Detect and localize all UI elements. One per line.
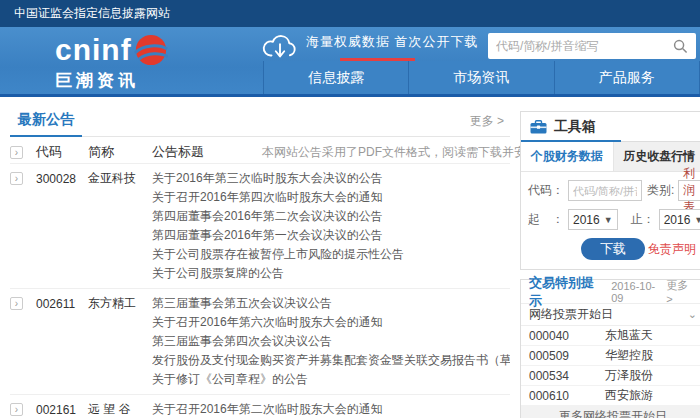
- stock-name: 东方精工: [88, 295, 152, 312]
- table-row: 第三届监事会第四次会议决议公告: [10, 332, 510, 351]
- header: cninf 巨潮资讯 海量权威数据 首次公开下载 6.28 数据下载器 强势上线…: [0, 27, 700, 97]
- table-row: 000534万泽股份: [521, 366, 700, 386]
- tab-stock-financial-data[interactable]: 个股财务数据: [521, 142, 613, 171]
- announcement-link[interactable]: 关于召开2016年第二次临时股东大会的通知: [152, 401, 510, 418]
- table-row: 000040东旭蓝天: [521, 326, 700, 346]
- select-arrow-icon: ▼: [604, 215, 613, 225]
- disclaimer-link[interactable]: 免责声明: [648, 241, 696, 258]
- announcements-panel: 最新公告 更多 > › 代码 简称 公告标题 本网站公告采用了PDF文件格式，阅…: [10, 111, 510, 418]
- table-row: › 002611 东方精工 第三届董事会第五次会议决议公告: [10, 294, 510, 313]
- topbar: 中国证监会指定信息披露网站: [0, 0, 700, 27]
- vote-start-filter[interactable]: 网络投票开始日 ⌄: [521, 304, 700, 326]
- table-row: 关于公司股票复牌的公告: [10, 264, 510, 283]
- announcement-link[interactable]: 关于公司股票存在被暂停上市风险的提示性公告: [152, 246, 510, 263]
- nav-tab-market[interactable]: 市场资讯: [408, 61, 553, 94]
- expand-icon: ›: [10, 146, 23, 159]
- more-vote-dates-link[interactable]: 更多网络投票开始日: [521, 406, 700, 418]
- announcements-more-link[interactable]: 更多 >: [470, 113, 510, 136]
- nav-tab-products[interactable]: 产品服务: [554, 61, 700, 94]
- table-row: 第四届董事会2016年第一次会议决议的公告: [10, 226, 510, 245]
- stock-code: 002611: [36, 297, 88, 311]
- table-row: › 002161 远 望 谷 关于召开2016年第二次临时股东大会的通知: [10, 400, 510, 418]
- logo-text: cninf: [55, 35, 132, 65]
- expand-icon[interactable]: ›: [10, 403, 23, 416]
- toolbox-form: 代码： 类别: 利润表▼ 起 ： 2016▼ 止： 2016▼ 下载 免责声明: [521, 172, 700, 269]
- announcement-group: › 300028 金亚科技 关于2016年第三次临时股东大会决议的公告 关于召开…: [10, 163, 510, 288]
- column-code: 代码: [36, 143, 88, 161]
- toolbox-title: 工具箱: [554, 118, 596, 136]
- toolbox-panel: 工具箱 个股财务数据 历史收盘行情 代码： 类别: 利润表▼ 起 ： 2016▼…: [520, 111, 700, 270]
- cloud-download-icon: [261, 31, 299, 63]
- stock-code: 002161: [36, 403, 88, 417]
- from-label: 起 ：: [528, 211, 564, 228]
- announcement-link[interactable]: 关于公司股票复牌的公告: [152, 265, 510, 282]
- stock-name: 金亚科技: [88, 170, 152, 187]
- table-row: 发行股份及支付现金购买资产并募集配套资金暨关联交易报告书（草案）摘要: [10, 351, 510, 370]
- stock-name-link[interactable]: 华塑控股: [605, 347, 653, 364]
- column-name: 简称: [88, 143, 152, 161]
- special-notice-date: 2016-10-09: [611, 280, 666, 304]
- stock-code: 000610: [529, 389, 591, 403]
- stock-name-link[interactable]: 万泽股份: [605, 367, 653, 384]
- table-row: 关于修订《公司章程》的公告: [10, 370, 510, 389]
- expand-icon[interactable]: ›: [10, 172, 23, 185]
- logo-subtitle: 巨潮资讯: [55, 69, 168, 92]
- stock-code: 000534: [529, 369, 591, 383]
- announcement-link[interactable]: 第四届董事会2016年第二次会议决议的公告: [152, 208, 510, 225]
- code-input[interactable]: [568, 180, 642, 201]
- announcement-group: › 002611 东方精工 第三届董事会第五次会议决议公告 关于召开2016年第…: [10, 288, 510, 394]
- stock-code: 000509: [529, 349, 591, 363]
- special-notice-more-link[interactable]: 更多 >: [666, 278, 697, 305]
- site-logo[interactable]: cninf 巨潮资讯: [55, 33, 168, 92]
- logo-swirl-icon: [134, 33, 168, 67]
- announcement-link[interactable]: 发行股份及支付现金购买资产并募集配套资金暨关联交易报告书（草案）摘要: [152, 352, 510, 369]
- chevron-down-icon: ⌄: [688, 308, 697, 321]
- from-year-select[interactable]: 2016▼: [568, 209, 618, 230]
- announcement-link[interactable]: 第四届董事会2016年第一次会议决议的公告: [152, 227, 510, 244]
- announcement-link[interactable]: 关于召开2016年第六次临时股东大会的通知: [152, 314, 510, 331]
- expand-icon[interactable]: ›: [10, 297, 23, 310]
- announcement-link[interactable]: 关于修订《公司章程》的公告: [152, 371, 510, 388]
- table-row: 关于召开2016年第四次临时股东大会的通知: [10, 188, 510, 207]
- stock-name-link[interactable]: 东旭蓝天: [605, 327, 653, 344]
- announcements-column-header: › 代码 简称 公告标题 本网站公告采用了PDF文件格式，阅读需下载并安装Ado…: [10, 137, 510, 163]
- search-icon[interactable]: [673, 39, 688, 54]
- nav-tab-disclosure[interactable]: 信息披露: [263, 61, 408, 94]
- special-notice-panel: 交易特别提示 2016-10-09 更多 > 网络投票开始日 ⌄ 000040东…: [520, 279, 700, 418]
- announcement-link[interactable]: 第三届监事会第四次会议决议公告: [152, 333, 510, 350]
- stock-code: 000040: [529, 329, 591, 343]
- table-row: 关于公司股票存在被暂停上市风险的提示性公告: [10, 245, 510, 264]
- announcement-link[interactable]: 关于召开2016年第四次临时股东大会的通知: [152, 189, 510, 206]
- special-notice-title: 交易特别提示: [529, 274, 605, 310]
- category-select[interactable]: 利润表▼: [678, 180, 700, 201]
- search-input[interactable]: [488, 39, 673, 53]
- table-row: 000509华塑控股: [521, 346, 700, 366]
- announcement-group: › 002161 远 望 谷 关于召开2016年第二次临时股东大会的通知 关于全…: [10, 394, 510, 418]
- table-row: 第四届董事会2016年第二次会议决议的公告: [10, 207, 510, 226]
- stock-name-link[interactable]: 西安旅游: [605, 387, 653, 404]
- announcement-link[interactable]: 关于2016年第三次临时股东大会决议的公告: [152, 170, 510, 187]
- stock-code: 300028: [36, 172, 88, 186]
- tab-latest-announcements[interactable]: 最新公告: [10, 111, 82, 137]
- column-title: 公告标题: [152, 143, 262, 161]
- select-arrow-icon: ▼: [694, 215, 700, 225]
- to-year-select[interactable]: 2016▼: [659, 209, 700, 230]
- table-row: 000610西安旅游: [521, 386, 700, 406]
- table-row: 关于召开2016年第六次临时股东大会的通知: [10, 313, 510, 332]
- main-nav: 信息披露 市场资讯 产品服务: [263, 61, 700, 94]
- download-button[interactable]: 下载: [581, 238, 645, 260]
- promo-line1: 海量权威数据 首次公开下载: [306, 33, 479, 51]
- category-label: 类别:: [647, 182, 674, 199]
- table-row: › 300028 金亚科技 关于2016年第三次临时股东大会决议的公告: [10, 169, 510, 188]
- topbar-text: 中国证监会指定信息披露网站: [14, 6, 170, 20]
- stock-name: 远 望 谷: [88, 401, 152, 418]
- to-label: 止：: [631, 211, 655, 228]
- announcement-link[interactable]: 第三届董事会第五次会议决议公告: [152, 295, 510, 312]
- search-box: [488, 33, 696, 59]
- code-label: 代码：: [528, 182, 564, 199]
- briefcase-icon: [530, 120, 547, 134]
